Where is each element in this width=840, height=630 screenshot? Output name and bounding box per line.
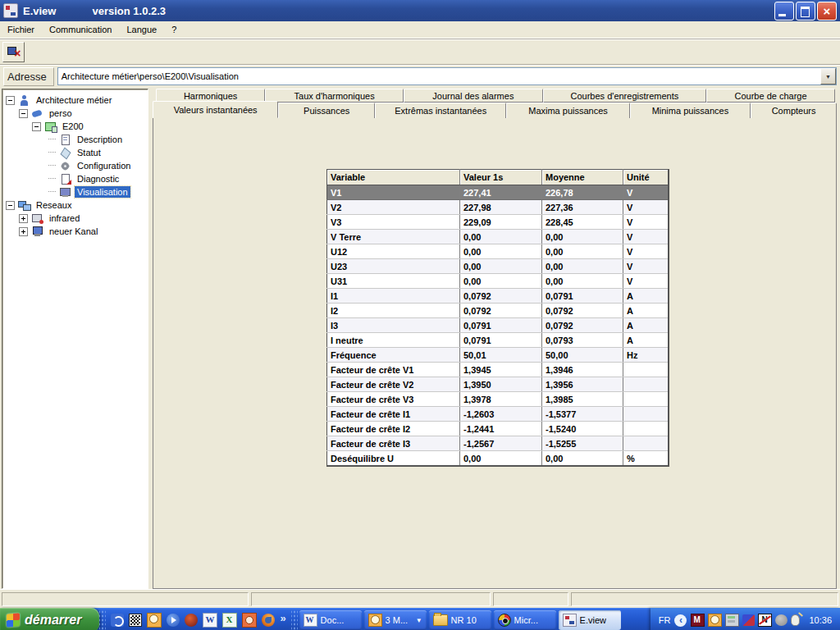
table-row[interactable]: Facteur de crête V21,39501,3956 <box>327 377 669 392</box>
collapse-icon[interactable] <box>19 109 28 118</box>
tree-item[interactable]: perso <box>2 107 148 120</box>
address-dropdown-button[interactable] <box>820 68 836 84</box>
disconnect-button[interactable] <box>2 42 25 62</box>
taskbar-task-micr[interactable]: Micr... <box>494 610 556 630</box>
disconnect-icon <box>7 46 21 57</box>
table-row[interactable]: I30,07910,0792A <box>327 318 669 333</box>
tab-courbe-de-charge[interactable]: Courbe de charge <box>706 89 835 103</box>
tree-item[interactable]: E200 <box>2 120 148 133</box>
table-row[interactable]: U120,000,00V <box>327 244 669 259</box>
ql-browser-icon[interactable] <box>185 614 198 627</box>
table-row[interactable]: I20,07920,0792A <box>327 304 669 318</box>
table-cell: Deséquilibre U <box>327 451 460 467</box>
table-row[interactable]: V Terre0,000,00V <box>327 230 669 244</box>
tree-item[interactable]: Configuration <box>2 159 148 172</box>
table-row[interactable]: V1227,41226,78V <box>327 185 669 200</box>
table-row[interactable]: V2227,98227,36V <box>327 200 669 215</box>
tray-shield-icon[interactable] <box>742 614 755 626</box>
collapse-icon[interactable] <box>6 96 15 105</box>
taskbar-task-eview[interactable]: E.view <box>559 610 621 630</box>
ql-app-icon[interactable] <box>111 614 124 627</box>
tab-taux-d-harmoniques[interactable]: Taux d'harmoniques <box>265 89 404 103</box>
menu-item[interactable]: Fichier <box>0 23 42 36</box>
tab-maxima-puissances[interactable]: Maxima puissances <box>506 103 629 118</box>
table-row[interactable]: U230,000,00V <box>327 259 669 274</box>
menu-item[interactable]: Communication <box>42 23 119 36</box>
restore-button[interactable] <box>796 2 815 21</box>
table-row[interactable]: I10,07920,0791A <box>327 289 669 304</box>
minimize-button[interactable] <box>774 2 794 21</box>
table-row[interactable]: Facteur de crête V11,39451,3946 <box>327 363 669 377</box>
taskbar-task-doc[interactable]: Doc... <box>299 610 362 630</box>
table-row[interactable]: U310,000,00V <box>327 274 669 289</box>
collapse-icon[interactable] <box>32 122 41 131</box>
window-title: E.view <box>23 5 56 17</box>
tree-connector <box>48 178 56 180</box>
language-indicator[interactable]: FR <box>659 615 671 625</box>
tray-mouse-icon[interactable] <box>791 614 800 626</box>
tab-courbes-d-enregistrements[interactable]: Courbes d'enregistrements <box>543 89 706 103</box>
taskbar-task-3m[interactable]: 3 M...▼ <box>364 610 427 630</box>
start-button[interactable]: démarrer <box>0 608 99 630</box>
tab-minima-puissances[interactable]: Minima puissances <box>630 103 751 118</box>
tree-item[interactable]: Reseaux <box>2 199 148 212</box>
close-button[interactable]: × <box>817 2 837 21</box>
table-cell: I neutre <box>327 333 460 348</box>
table-row[interactable]: I neutre0,07910,0793A <box>327 333 669 348</box>
address-bar: Adresse Architecture métier\perso\E200\V… <box>0 64 840 88</box>
tab-compteurs[interactable]: Compteurs <box>751 103 837 118</box>
ql-media-icon[interactable] <box>167 614 180 627</box>
table-cell: -1,2603 <box>460 407 542 422</box>
tray-netop-icon[interactable] <box>758 614 772 627</box>
tree-item-label: Reseaux <box>34 199 74 211</box>
tree-item[interactable]: Statut <box>2 146 148 159</box>
tray-network-icon[interactable] <box>725 614 739 627</box>
tab-puissances[interactable]: Puissances <box>278 103 375 118</box>
tray-clock-icon[interactable] <box>708 614 722 627</box>
ql-clock-icon[interactable] <box>147 613 162 628</box>
tree-item[interactable]: Diagnostic <box>2 172 148 185</box>
collapse-icon[interactable] <box>6 201 15 210</box>
menu-item[interactable]: ? <box>164 23 184 36</box>
table-row[interactable]: Deséquilibre U0,000,00% <box>327 451 669 467</box>
table-row[interactable]: Facteur de crête I3-1,2567-1,5255 <box>327 436 669 451</box>
ql-word-icon[interactable] <box>203 613 217 628</box>
hide-icons-button[interactable] <box>674 614 687 627</box>
table-cell: -1,5240 <box>542 422 623 436</box>
tray-m-icon[interactable] <box>691 614 705 627</box>
expand-icon[interactable] <box>19 227 28 236</box>
taskbar-task-nr10[interactable]: NR 10 <box>429 610 491 630</box>
tab-journal-des-alarmes[interactable]: Journal des alarmes <box>404 89 543 103</box>
statut-icon <box>59 148 71 158</box>
description-icon <box>59 135 71 145</box>
tray-disabled-icon[interactable] <box>775 614 788 626</box>
column-header: Variable <box>327 170 460 185</box>
table-row[interactable]: Fréquence50,0150,00Hz <box>327 348 669 363</box>
menu-item[interactable]: Langue <box>119 23 164 36</box>
ql-qr-icon[interactable] <box>129 614 142 627</box>
expand-icon[interactable] <box>19 214 28 223</box>
table-row[interactable]: Facteur de crête V31,39781,3985 <box>327 392 669 407</box>
table-row[interactable]: Facteur de crête I1-1,2603-1,5377 <box>327 407 669 422</box>
task-label: Micr... <box>514 615 538 625</box>
table-cell: Fréquence <box>327 348 460 363</box>
table-cell: 0,0792 <box>542 304 623 318</box>
tree-item[interactable]: Description <box>2 133 148 146</box>
tree-item[interactable]: Architecture métier <box>2 94 148 107</box>
ql-excel-icon[interactable] <box>222 613 237 628</box>
tab-valeurs-instantan-es[interactable]: Valeurs instantanées <box>153 101 278 118</box>
status-panel <box>2 592 249 606</box>
tree-item[interactable]: neuer Kanal <box>2 225 148 238</box>
overflow-chevron-icon[interactable]: » <box>280 613 285 624</box>
tab-extr-mas-instantan-es[interactable]: Extrêmas instantanées <box>375 103 506 118</box>
tree-item[interactable]: infrared <box>2 212 148 225</box>
minimize-icon <box>778 14 786 16</box>
architecture-icon <box>18 95 30 106</box>
table-cell: 0,00 <box>460 274 542 289</box>
address-combo[interactable]: Architecture métier\perso\E200\Visualisa… <box>57 67 837 85</box>
ql-outlook-icon[interactable] <box>242 613 257 628</box>
table-row[interactable]: Facteur de crête I2-1,2441-1,5240 <box>327 422 669 436</box>
tree-item[interactable]: Visualisation <box>2 185 148 199</box>
table-row[interactable]: V3229,09228,45V <box>327 215 669 230</box>
ql-firefox-icon[interactable] <box>262 614 275 627</box>
